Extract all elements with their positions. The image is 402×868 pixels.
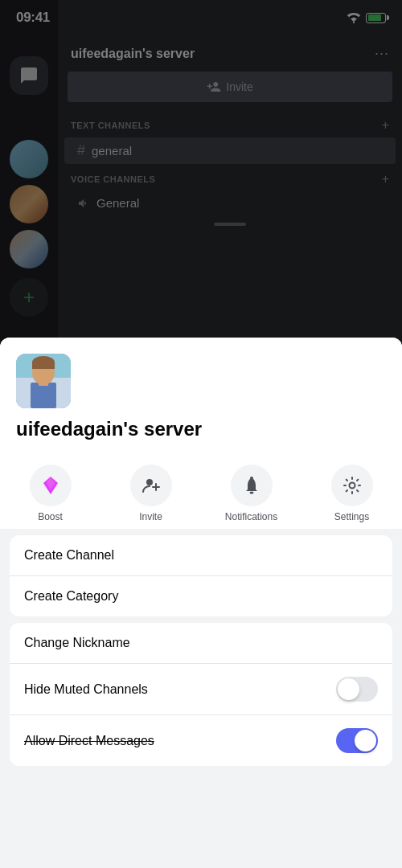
hide-muted-channels-toggle[interactable] xyxy=(336,677,378,702)
sheet-server-banner: uifeedagain's server xyxy=(0,338,402,453)
svg-rect-7 xyxy=(32,362,55,369)
allow-direct-messages-label: Allow Direct Messages xyxy=(24,734,154,748)
allow-direct-messages-toggle[interactable] xyxy=(336,728,378,753)
sheet-server-avatar xyxy=(16,354,71,408)
invite-label: Invite xyxy=(139,511,162,522)
boost-action[interactable]: Boost xyxy=(23,465,79,522)
create-channel-label: Create Channel xyxy=(24,548,114,563)
hide-muted-channels-item[interactable]: Hide Muted Channels xyxy=(10,664,392,715)
settings-label: Settings xyxy=(334,511,369,522)
notifications-action[interactable]: Notifications xyxy=(224,465,280,522)
create-channel-item[interactable]: Create Channel xyxy=(10,535,392,576)
invite-icon xyxy=(141,475,162,496)
settings-icon-circle xyxy=(331,465,373,506)
menu-section-1: Create Channel Create Category xyxy=(10,535,392,616)
boost-label: Boost xyxy=(38,511,63,522)
bottom-sheet: uifeedagain's server Boost xyxy=(0,338,402,868)
notifications-icon-circle xyxy=(231,465,273,506)
settings-icon xyxy=(342,475,363,496)
sheet-server-name: uifeedagain's server xyxy=(16,418,386,440)
svg-rect-13 xyxy=(250,477,253,479)
svg-point-10 xyxy=(146,479,153,485)
change-nickname-label: Change Nickname xyxy=(24,636,130,650)
create-category-label: Create Category xyxy=(24,589,118,604)
svg-point-15 xyxy=(349,483,355,489)
notifications-label: Notifications xyxy=(225,511,277,522)
create-category-item[interactable]: Create Category xyxy=(10,576,392,616)
change-nickname-item[interactable]: Change Nickname xyxy=(10,623,392,664)
menu-section-2: Change Nickname Hide Muted Channels Allo… xyxy=(10,623,392,766)
background-overlay xyxy=(0,0,402,378)
settings-action[interactable]: Settings xyxy=(324,465,380,522)
invite-icon-circle xyxy=(130,465,172,506)
svg-point-14 xyxy=(249,492,253,494)
toggle-knob-2 xyxy=(355,730,376,751)
hide-muted-channels-label: Hide Muted Channels xyxy=(24,682,148,697)
toggle-knob xyxy=(338,678,359,700)
allow-direct-messages-item[interactable]: Allow Direct Messages xyxy=(10,715,392,766)
boost-icon xyxy=(40,475,61,496)
notifications-icon xyxy=(241,475,262,496)
invite-action[interactable]: Invite xyxy=(123,465,179,522)
boost-icon-circle xyxy=(30,465,72,506)
action-row: Boost Invite Notifications xyxy=(0,453,402,529)
svg-rect-3 xyxy=(31,383,56,408)
